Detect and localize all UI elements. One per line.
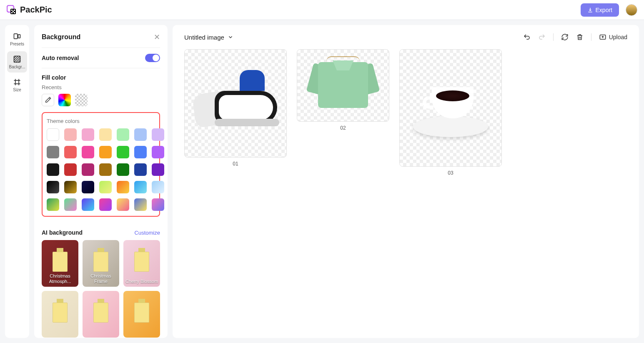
swatch-rainbow[interactable]: [58, 94, 71, 106]
svg-rect-5: [11, 12, 13, 13]
size-icon: [13, 78, 22, 87]
ai-background-card[interactable]: [123, 291, 160, 338]
theme-color-swatch[interactable]: [134, 128, 147, 141]
topbar: PackPic Export: [0, 0, 644, 20]
theme-color-swatch[interactable]: [99, 128, 112, 141]
redo-button[interactable]: [538, 33, 546, 41]
image-item: 02: [297, 49, 389, 131]
close-icon[interactable]: ✕: [154, 33, 160, 42]
theme-color-swatch[interactable]: [117, 146, 129, 158]
avatar[interactable]: [626, 4, 637, 16]
image-item: 01: [184, 49, 287, 167]
theme-color-swatch[interactable]: [134, 146, 147, 158]
eyedropper-button[interactable]: [42, 94, 54, 106]
auto-removal-toggle[interactable]: [145, 54, 160, 62]
ai-background-section: AI background Customize Christmas Atmosp…: [42, 229, 160, 338]
download-icon: [587, 7, 593, 13]
svg-rect-4: [13, 11, 14, 12]
theme-gradient-swatch[interactable]: [152, 198, 164, 211]
topbar-right: Export: [581, 3, 637, 17]
separator: [591, 33, 591, 41]
canvas-title-dropdown[interactable]: Untitled image: [184, 34, 233, 41]
image-caption: 01: [233, 161, 238, 167]
perfume-bottle-icon: [93, 252, 108, 272]
theme-gradient-swatch[interactable]: [82, 198, 94, 211]
tab-background[interactable]: Backgr...: [7, 51, 27, 73]
theme-color-swatch[interactable]: [82, 128, 94, 141]
theme-gradient-swatch[interactable]: [152, 181, 164, 193]
theme-gradient-swatch[interactable]: [64, 198, 77, 211]
export-button[interactable]: Export: [581, 3, 619, 17]
theme-color-swatch[interactable]: [47, 128, 59, 141]
svg-rect-8: [18, 35, 20, 38]
theme-color-swatch[interactable]: [47, 163, 59, 176]
theme-gradient-swatch[interactable]: [82, 181, 94, 193]
image-item: 03: [399, 49, 502, 176]
theme-color-swatch[interactable]: [117, 128, 129, 141]
theme-gradient-swatch[interactable]: [64, 181, 77, 193]
theme-gradient-swatch[interactable]: [117, 198, 129, 211]
ai-background-grid: Christmas Atmosph...Christmas FrameCherr…: [42, 240, 160, 338]
tab-presets[interactable]: Presets: [7, 28, 27, 50]
theme-color-swatch[interactable]: [47, 146, 59, 158]
theme-gradient-swatch[interactable]: [134, 198, 147, 211]
theme-color-swatch[interactable]: [134, 163, 147, 176]
ai-background-card[interactable]: [42, 291, 78, 338]
theme-color-swatch[interactable]: [99, 146, 112, 158]
chevron-down-icon: [228, 34, 233, 40]
upload-button[interactable]: Upload: [599, 33, 627, 41]
theme-gradient-swatch[interactable]: [134, 181, 147, 193]
side-panel: Background ✕ Auto removal Fill color Rec…: [34, 25, 168, 338]
sneaker-image: [194, 66, 277, 141]
theme-gradient-swatch[interactable]: [99, 181, 112, 193]
auto-removal-label: Auto removal: [42, 55, 79, 61]
theme-color-swatch[interactable]: [82, 163, 94, 176]
svg-rect-6: [14, 12, 15, 13]
upload-label: Upload: [609, 34, 627, 40]
ai-background-card[interactable]: Christmas Atmosph...: [42, 240, 78, 287]
logo[interactable]: PackPic: [7, 5, 52, 15]
shirt-image: [310, 56, 376, 115]
theme-color-swatch[interactable]: [82, 146, 94, 158]
fill-color-section: Fill color Recents Theme colors: [42, 68, 160, 223]
theme-gradient-swatch[interactable]: [47, 198, 59, 211]
refresh-button[interactable]: [561, 33, 569, 41]
theme-gradient-swatch[interactable]: [47, 181, 59, 193]
perfume-bottle-icon: [53, 303, 68, 323]
image-caption: 03: [448, 170, 453, 176]
ai-background-card[interactable]: Cherry Blossom: [123, 240, 160, 287]
image-thumbnail[interactable]: [297, 49, 389, 122]
images-row: 01 02: [184, 49, 627, 176]
swatch-transparent[interactable]: [75, 94, 88, 106]
recents-row: [42, 94, 160, 106]
undo-button[interactable]: [523, 33, 531, 41]
svg-rect-3: [14, 10, 15, 11]
tab-size[interactable]: Size: [7, 74, 27, 95]
tab-label: Presets: [10, 42, 24, 46]
theme-color-swatch[interactable]: [64, 146, 77, 158]
theme-color-swatch[interactable]: [117, 163, 129, 176]
theme-color-swatch[interactable]: [152, 146, 164, 158]
theme-color-swatch[interactable]: [99, 163, 112, 176]
theme-gradient-swatch[interactable]: [117, 181, 129, 193]
presets-icon: [13, 32, 22, 41]
svg-rect-2: [11, 10, 13, 11]
panel-title: Background: [42, 33, 80, 41]
image-caption: 02: [340, 125, 346, 131]
theme-color-swatch[interactable]: [152, 128, 164, 141]
delete-button[interactable]: [576, 33, 584, 41]
canvas-actions: Upload: [523, 33, 627, 41]
export-label: Export: [596, 7, 612, 13]
ai-background-card[interactable]: Christmas Frame: [83, 240, 119, 287]
theme-colors-label: Theme colors: [47, 118, 155, 124]
main: Presets Backgr... Size Background ✕ Auto…: [0, 20, 644, 343]
ai-background-card[interactable]: [83, 291, 119, 338]
image-thumbnail[interactable]: [184, 49, 287, 158]
customize-link[interactable]: Customize: [135, 230, 160, 236]
image-thumbnail[interactable]: [399, 49, 502, 167]
theme-color-swatch[interactable]: [64, 128, 77, 141]
perfume-bottle-icon: [53, 252, 68, 272]
theme-color-swatch[interactable]: [64, 163, 77, 176]
theme-gradient-swatch[interactable]: [99, 198, 112, 211]
theme-color-swatch[interactable]: [152, 163, 164, 176]
